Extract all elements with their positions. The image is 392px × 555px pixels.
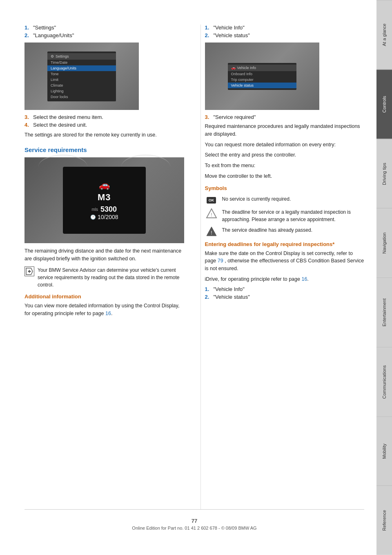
vstep-num-2: 2. — [205, 32, 212, 38]
vstep-3: 3. "Service required" — [205, 114, 365, 120]
symbols-section: OK No service is currently required. ! T — [205, 195, 365, 236]
warn-solid-icon: ! — [205, 226, 218, 236]
required-maintenance-text: Required maintenance procedures and lega… — [205, 123, 365, 138]
tab-at-a-glance[interactable]: At a glance — [376, 0, 392, 69]
tab-controls[interactable]: Controls — [376, 69, 392, 139]
svg-marker-1 — [28, 270, 31, 273]
entering-page-link[interactable]: 79 — [218, 258, 223, 264]
vehicle-steps-bottom: 1. "Vehicle Info" 2. "Vehicle status" — [205, 286, 365, 300]
step-num-4: 4. — [24, 122, 31, 128]
vstep-num-3: 3. — [205, 114, 212, 120]
service-screenshot: 🚗 M3 mls 5300 🕐 10/2008 — [24, 157, 184, 243]
page-footer: 77 Online Edition for Part no. 01 41 2 6… — [24, 509, 364, 539]
vmenu-onboard: Onboard Info — [228, 71, 296, 77]
driving-distance-text: The remaining driving distance and the d… — [24, 247, 184, 263]
additional-info-link[interactable]: 16 — [105, 311, 111, 316]
menu-time-date: Time/Date — [47, 60, 116, 65]
tab-entertainment[interactable]: Entertainment — [376, 278, 392, 347]
step-2: 2. "Language/Units" — [24, 32, 184, 38]
step-2-text: "Language/Units" — [33, 32, 74, 38]
step-num-2: 2. — [24, 32, 31, 38]
step-3-text: Select the desired menu item. — [33, 114, 103, 120]
tab-reference[interactable]: Reference — [376, 486, 392, 555]
bstep-num-1: 1. — [205, 286, 212, 292]
vstep-1-text: "Vehicle Info" — [214, 25, 245, 31]
entering-text: Make sure the date on the Control Displa… — [205, 250, 365, 273]
warn-outline-icon: ! — [205, 208, 218, 218]
tab-communications[interactable]: Communications — [376, 347, 392, 416]
tab-mobility[interactable]: Mobility — [376, 416, 392, 486]
vehicle-screenshot: 🚗 Vehicle Info Onboard Info Trip compute… — [205, 43, 319, 110]
entering-deadlines-header: Entering deadlines for legally required … — [205, 241, 365, 247]
symbol-ok-row: OK No service is currently required. — [205, 195, 365, 205]
menu-door-locks: Door locks — [47, 94, 116, 100]
select-entry-text: Select the entry and press the controlle… — [205, 151, 365, 159]
vstep-num-1: 1. — [205, 25, 212, 31]
ok-icon: OK — [205, 195, 218, 205]
vehicle-steps-top: 1. "Vehicle Info" 2. "Vehicle status" — [205, 25, 365, 38]
vmenu-trip: Trip computer — [228, 77, 296, 83]
vstep-2: 2. "Vehicle status" — [205, 32, 365, 38]
settings-screenshot: ⚙ Settings Time/Date Language/Units Tone… — [24, 43, 139, 110]
bstep-num-2: 2. — [205, 294, 212, 300]
step-4: 4. Select the desired unit. — [24, 122, 184, 128]
note-box: Your BMW Service Advisor can determine y… — [24, 266, 184, 289]
move-controller-text: Move the controller to the left. — [205, 172, 365, 180]
page-number: 77 — [24, 518, 364, 524]
settings-note: The settings are stored for the remote k… — [24, 131, 184, 139]
bstep-1-text: "Vehicle Info" — [214, 286, 245, 292]
menu-tone: Tone — [47, 71, 116, 77]
vstep-2-text: "Vehicle status" — [214, 32, 250, 38]
vstep-1: 1. "Vehicle Info" — [205, 25, 365, 31]
mileage: 5300 — [100, 205, 117, 214]
bstep-1: 1. "Vehicle Info" — [205, 286, 365, 292]
step-num-1: 1. — [24, 25, 31, 31]
side-tabs: At a glance Controls Driving tips Naviga… — [376, 0, 392, 555]
symbol-warn-outline-text: The deadline for service or a legally ma… — [222, 208, 365, 223]
bstep-2-text: "Vehicle status" — [214, 294, 250, 300]
note-text: Your BMW Service Advisor can determine y… — [38, 266, 184, 289]
step-1-text: "Settings" — [33, 25, 56, 31]
step-1: 1. "Settings" — [24, 25, 184, 31]
step-num-3: 3. — [24, 114, 31, 120]
symbols-header: Symbols — [205, 185, 365, 191]
svg-text:!: ! — [211, 212, 212, 218]
additional-info-header: Additional information — [24, 293, 184, 300]
right-column: 1. "Vehicle Info" 2. "Vehicle status" 🚗 — [200, 25, 365, 509]
left-column: 1. "Settings" 2. "Language/Units" ⚙ — [24, 25, 188, 509]
note-icon — [24, 266, 34, 276]
m3-badge: M3 — [98, 192, 111, 203]
symbol-warn-solid-text: The service deadline has already passed. — [222, 226, 365, 234]
footer-text: Online Edition for Part no. 01 41 2 602 … — [132, 526, 256, 530]
service-requirements-header: Service requirements — [24, 146, 184, 153]
settings-steps-top: 1. "Settings" 2. "Language/Units" — [24, 25, 184, 38]
vstep-3-text: "Service required" — [214, 114, 256, 120]
tab-navigation[interactable]: Navigation — [376, 208, 392, 278]
menu-climate: Climate — [47, 83, 116, 88]
svg-text:!: ! — [211, 230, 212, 236]
symbol-warn-solid-row: ! The service deadline has already passe… — [205, 226, 365, 236]
menu-limit: Limit — [47, 77, 116, 83]
symbol-ok-text: No service is currently required. — [222, 195, 365, 203]
idrive-link[interactable]: 16 — [301, 276, 307, 282]
bstep-2: 2. "Vehicle status" — [205, 294, 365, 300]
symbol-warn-outline-row: ! The deadline for service or a legally … — [205, 208, 365, 223]
date: 10/2008 — [98, 214, 118, 220]
mls-label: mls — [91, 207, 98, 212]
vehicle-title: Vehicle Info — [237, 66, 256, 70]
menu-lighting: Lighting — [47, 88, 116, 94]
settings-steps-bottom: 3. Select the desired menu item. 4. Sele… — [24, 114, 184, 128]
settings-title: Settings — [56, 54, 69, 58]
exit-menu-text: To exit from the menu: — [205, 162, 365, 170]
menu-language: Language/Units — [47, 65, 116, 71]
step-3: 3. Select the desired menu item. — [24, 114, 184, 120]
additional-info-text: You can view more detailed information b… — [24, 302, 184, 318]
detailed-info-text: You can request more detailed informatio… — [205, 141, 365, 149]
tab-driving-tips[interactable]: Driving tips — [376, 139, 392, 208]
vmenu-vehicle-status: Vehicle status — [228, 83, 296, 88]
idrive-text: iDrive, for operating principle refer to… — [205, 275, 365, 283]
step-4-text: Select the desired unit. — [33, 122, 87, 128]
